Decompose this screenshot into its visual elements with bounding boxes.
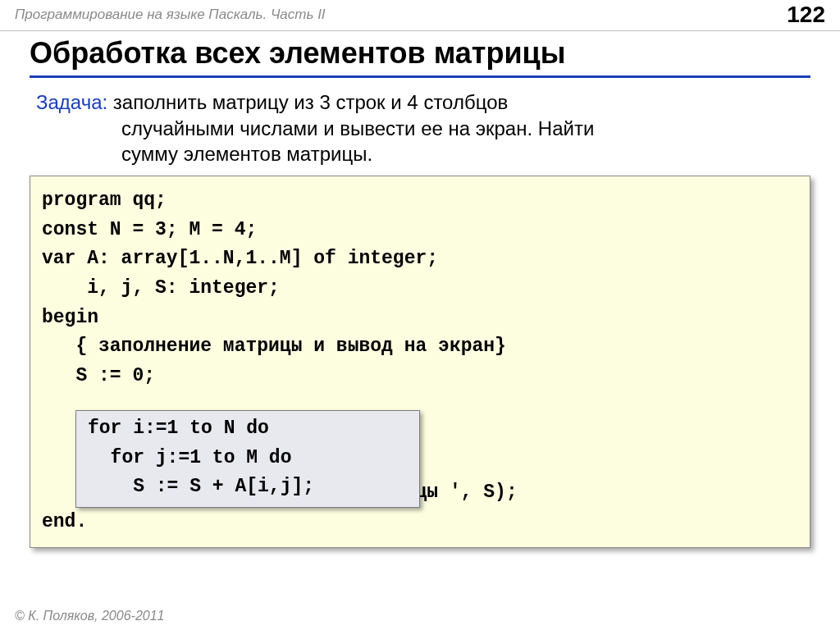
top-bar: Программирование на языке Паскаль. Часть… [0,0,840,31]
inner-l2: for j:=1 to M do [88,447,291,468]
task-line-3: сумму элементов матрицы. [121,141,810,167]
code-l7: S := 0; [42,365,155,386]
code-l1: program qq; [42,189,167,211]
slide-content: Обработка всех элементов матрицы Задача:… [0,31,840,548]
code-l5: begin [42,307,98,328]
page-number: 122 [787,2,825,28]
title-underline [30,75,810,78]
code-l2: const N = 3; M = 4; [42,219,257,240]
inner-l3: S := S + A[i,j]; [88,476,314,497]
footer-copyright: © К. Поляков, 2006-2011 [15,609,164,623]
code-box-inner: for i:=1 to N do for j:=1 to M do S := S… [75,410,420,508]
code-l3: var A: array[1..N,1..M] of integer; [42,248,438,269]
task-line-1-text: заполнить матрицу из 3 строк и 4 столбцо… [113,91,508,113]
copyright-symbol: © [15,609,28,623]
task-block: Задача: заполнить матрицу из 3 строк и 4… [36,89,810,167]
code-l6: { заполнение матрицы и вывод на экран} [42,336,506,357]
slide-title: Обработка всех элементов матрицы [30,36,810,71]
code-l12: end. [42,511,87,532]
code-area: program qq; const N = 3; M = 4; var A: a… [30,176,810,548]
doc-title: Программирование на языке Паскаль. Часть… [15,7,326,23]
task-label: Задача: [36,91,107,113]
code-l10 [42,453,53,474]
inner-l1: for i:=1 to N do [88,418,269,439]
code-l9 [42,423,53,445]
code-l4: i, j, S: integer; [42,277,280,299]
copyright-text: К. Поляков, 2006-2011 [28,609,164,623]
code-l8 [42,395,53,416]
task-line-2: случайными числами и вывести ее на экран… [121,116,810,142]
